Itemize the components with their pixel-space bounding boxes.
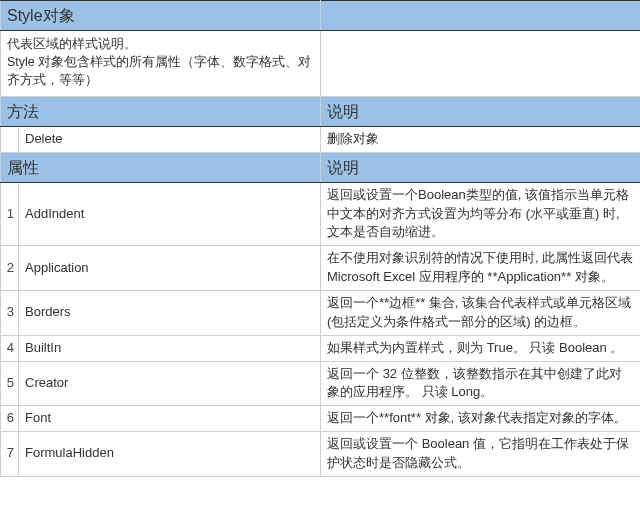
property-desc: 返回或设置一个Boolean类型的值, 该值指示当单元格中文本的对齐方式设置为均… (321, 182, 640, 246)
property-desc: 返回或设置一个 Boolean 值，它指明在工作表处于保护状态时是否隐藏公式。 (321, 432, 640, 477)
property-name: AddIndent (19, 182, 321, 246)
property-idx: 4 (1, 335, 19, 361)
intro-row: 代表区域的样式说明。Style 对象包含样式的所有属性（字体、数字格式、对齐方式… (1, 31, 641, 96)
property-idx: 3 (1, 291, 19, 336)
property-desc: 返回一个**font** 对象, 该对象代表指定对象的字体。 (321, 406, 640, 432)
methods-header-row: 方法说明 (1, 96, 641, 126)
property-desc: 如果样式为内置样式，则为 True。 只读 Boolean 。 (321, 335, 640, 361)
property-desc: 返回一个 32 位整数，该整数指示在其中创建了此对象的应用程序。 只读 Long… (321, 361, 640, 406)
property-name: Creator (19, 361, 321, 406)
property-row: 3Borders返回一个**边框** 集合, 该集合代表样式或单元格区域 (包括… (1, 291, 641, 336)
methods-header-left: 方法 (1, 96, 321, 126)
property-row: 6Font返回一个**font** 对象, 该对象代表指定对象的字体。 (1, 406, 641, 432)
property-idx: 7 (1, 432, 19, 477)
props-header-left: 属性 (1, 152, 321, 182)
property-idx: 5 (1, 361, 19, 406)
props-header-row: 属性说明 (1, 152, 641, 182)
style-object-table: Style对象代表区域的样式说明。Style 对象包含样式的所有属性（字体、数字… (0, 0, 640, 477)
title-cell: Style对象 (1, 1, 321, 31)
property-idx: 2 (1, 246, 19, 291)
property-row: 5Creator返回一个 32 位整数，该整数指示在其中创建了此对象的应用程序。… (1, 361, 641, 406)
method-name: Delete (19, 126, 321, 152)
property-row: 1AddIndent返回或设置一个Boolean类型的值, 该值指示当单元格中文… (1, 182, 641, 246)
property-row: 4BuiltIn如果样式为内置样式，则为 True。 只读 Boolean 。 (1, 335, 641, 361)
property-name: FormulaHidden (19, 432, 321, 477)
property-idx: 6 (1, 406, 19, 432)
method-row: Delete删除对象 (1, 126, 641, 152)
property-idx: 1 (1, 182, 19, 246)
title-row: Style对象 (1, 1, 641, 31)
methods-header-right: 说明 (321, 96, 640, 126)
intro-cell: 代表区域的样式说明。Style 对象包含样式的所有属性（字体、数字格式、对齐方式… (1, 31, 321, 96)
intro-right (321, 31, 640, 96)
method-desc: 删除对象 (321, 126, 640, 152)
method-idx (1, 126, 19, 152)
props-header-right: 说明 (321, 152, 640, 182)
property-desc: 返回一个**边框** 集合, 该集合代表样式或单元格区域 (包括定义为条件格式一… (321, 291, 640, 336)
property-desc: 在不使用对象识别符的情况下使用时, 此属性返回代表 Microsoft Exce… (321, 246, 640, 291)
property-row: 2Application在不使用对象识别符的情况下使用时, 此属性返回代表 Mi… (1, 246, 641, 291)
property-name: Application (19, 246, 321, 291)
property-row: 7FormulaHidden返回或设置一个 Boolean 值，它指明在工作表处… (1, 432, 641, 477)
property-name: BuiltIn (19, 335, 321, 361)
property-name: Font (19, 406, 321, 432)
property-name: Borders (19, 291, 321, 336)
title-right (321, 1, 640, 31)
